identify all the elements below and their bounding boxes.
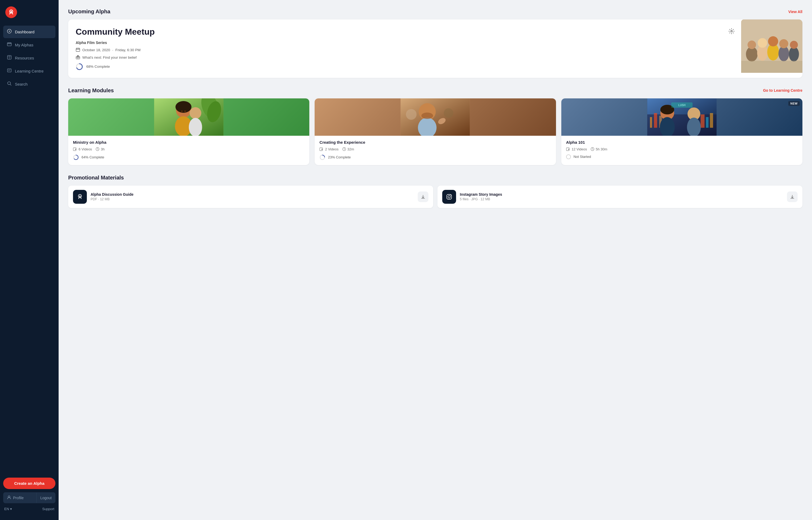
create-alpha-button[interactable]: Create an Alpha	[3, 477, 55, 489]
svg-point-104	[448, 196, 450, 198]
resources-icon	[7, 55, 12, 61]
module-progress-ministry: 64% Complete	[73, 154, 305, 160]
learning-modules-header: Learning Modules Go to Learning Centre	[68, 87, 803, 94]
module-progress-label-experience: 23% Complete	[328, 155, 351, 159]
sidebar-item-learning-centre[interactable]: Learning Centre	[3, 65, 55, 77]
profile-label: Profile	[13, 496, 24, 500]
module-card-experience[interactable]: Creating the Experience 2 Videos	[315, 98, 556, 165]
sidebar: Dashboard My Alphas	[0, 0, 59, 520]
lang-label: EN	[4, 507, 9, 511]
alpha-logo-icon	[5, 6, 17, 18]
module-duration-experience: 32m	[347, 147, 354, 151]
sidebar-item-search[interactable]: Search	[3, 78, 55, 90]
module-duration-ministry: 3h	[101, 147, 105, 151]
logout-button[interactable]: Logout	[36, 493, 55, 503]
promo-grid: Alpha Discussion Guide PDF · 12 MB	[68, 186, 803, 208]
svg-point-49	[175, 101, 192, 113]
svg-point-52	[181, 110, 183, 112]
svg-line-73	[344, 149, 345, 150]
view-all-link[interactable]: View All	[788, 9, 803, 14]
svg-rect-83	[706, 117, 708, 128]
upcoming-alpha-card: Community Meetup Alpha Film Series	[68, 20, 803, 78]
profile-button[interactable]: Profile	[3, 492, 36, 503]
svg-rect-82	[700, 114, 704, 128]
sidebar-logo	[0, 6, 59, 26]
clock-icon	[96, 147, 100, 151]
svg-rect-84	[710, 113, 713, 128]
module-image-ministry	[68, 98, 309, 136]
promo-meta-discussion: PDF · 12 MB	[90, 197, 414, 201]
download-discussion-guide-button[interactable]	[418, 191, 428, 202]
svg-point-20	[731, 30, 732, 32]
upcoming-progress-circle	[76, 63, 83, 70]
sidebar-item-resources[interactable]: Resources	[3, 52, 55, 64]
module-meta-experience: 2 Videos 32m	[319, 147, 551, 151]
gift-icon	[76, 55, 80, 60]
learning-centre-label: Learning Centre	[15, 69, 44, 73]
videos-icon	[566, 148, 570, 151]
videos-icon	[73, 148, 77, 151]
svg-line-96	[592, 149, 593, 150]
profile-icon	[7, 495, 11, 500]
module-body-alpha101: Alpha 101 12 Videos	[561, 136, 803, 164]
upcoming-event-next-row: What's next: Find your inner belief	[76, 55, 735, 60]
svg-rect-21	[76, 48, 80, 51]
main-content: Upcoming Alpha View All Community Meetup…	[59, 0, 812, 520]
svg-rect-14	[7, 69, 11, 72]
upcoming-event-date: October 18, 2020	[82, 48, 110, 52]
go-to-learning-centre-link[interactable]: Go to Learning Centre	[763, 88, 803, 93]
settings-gear-button[interactable]	[728, 28, 735, 36]
profile-logout-row: Profile Logout	[3, 492, 55, 503]
clock-icon	[591, 147, 594, 151]
upcoming-alpha-section: Upcoming Alpha View All Community Meetup…	[68, 8, 803, 78]
sidebar-item-my-alphas[interactable]: My Alphas	[3, 39, 55, 51]
module-body-experience: Creating the Experience 2 Videos	[315, 136, 556, 165]
clock-icon	[342, 147, 346, 151]
upcoming-event-subtitle: Alpha Film Series	[76, 41, 735, 45]
svg-point-105	[450, 195, 451, 196]
svg-rect-79	[650, 117, 652, 128]
modules-grid: Ministry on Alpha 6 Videos	[68, 98, 803, 165]
calendar-icon	[76, 48, 80, 53]
module-progress-circle-ministry	[73, 154, 79, 160]
module-name-alpha101: Alpha 101	[566, 140, 797, 145]
module-card-alpha101[interactable]: LUSH NEW Alpha 101 12 Videos	[561, 98, 803, 165]
lang-support-row: EN ▾ Support	[3, 506, 55, 512]
learning-modules-title: Learning Modules	[68, 87, 114, 94]
module-progress-label-alpha101: Not Started	[573, 155, 591, 159]
not-started-circle	[566, 154, 571, 159]
promo-title-instagram: Instagram Story Images	[460, 192, 783, 197]
promo-card-discussion-guide: Alpha Discussion Guide PDF · 12 MB	[68, 186, 433, 208]
promo-title-discussion: Alpha Discussion Guide	[90, 192, 414, 197]
upcoming-event-title: Community Meetup	[76, 27, 155, 37]
upcoming-event-time: Friday, 6:30 PM	[115, 48, 140, 52]
module-name-ministry: Ministry on Alpha	[73, 140, 305, 145]
svg-point-67	[406, 109, 417, 120]
promo-meta-instagram: 5 files · JPG · 12 MB	[460, 197, 783, 201]
search-icon	[7, 81, 12, 87]
svg-rect-42	[741, 20, 803, 73]
module-progress-circle-experience	[319, 154, 325, 160]
svg-rect-80	[654, 113, 657, 128]
support-link[interactable]: Support	[42, 507, 54, 511]
dashboard-label: Dashboard	[15, 30, 34, 34]
promo-section-title: Promotional Materials	[68, 175, 124, 181]
module-card-ministry[interactable]: Ministry on Alpha 6 Videos	[68, 98, 309, 165]
language-selector[interactable]: EN ▾	[4, 507, 12, 511]
download-instagram-images-button[interactable]	[787, 191, 797, 202]
module-progress-experience: 23% Complete	[319, 154, 551, 160]
upcoming-event-next: What's next: Find your inner belief	[82, 55, 137, 59]
my-alphas-icon	[7, 42, 12, 48]
promo-icon-discussion	[73, 190, 87, 204]
sidebar-item-dashboard[interactable]: Dashboard	[3, 26, 55, 38]
svg-point-17	[8, 82, 11, 85]
videos-icon	[319, 148, 324, 151]
upcoming-info: Community Meetup Alpha Film Series	[76, 27, 741, 70]
module-image-alpha101: LUSH NEW	[561, 98, 803, 136]
upcoming-section-title: Upcoming Alpha	[68, 8, 110, 15]
upcoming-event-date-row: October 18, 2020 · Friday, 6:30 PM	[76, 48, 735, 53]
upcoming-progress-row: 68% Complete	[76, 63, 735, 70]
svg-point-51	[189, 118, 202, 136]
promo-materials-section: Promotional Materials Alpha Discussion G…	[68, 175, 803, 208]
learning-modules-section: Learning Modules Go to Learning Centre	[68, 87, 803, 165]
